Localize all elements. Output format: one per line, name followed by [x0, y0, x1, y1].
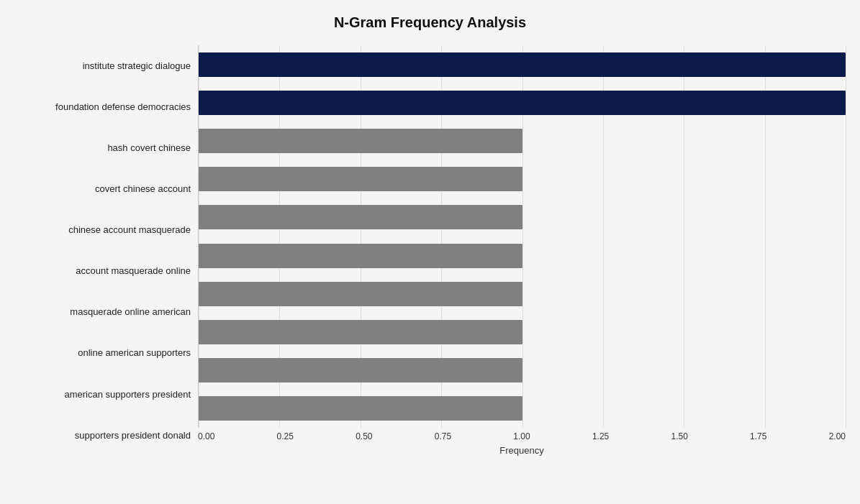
bar — [199, 129, 522, 153]
bar-row — [199, 127, 846, 155]
y-axis-label: supporters president donald — [14, 415, 191, 456]
y-axis-label: masquerade online american — [14, 292, 191, 333]
chart-area: institute strategic dialoguefoundation d… — [14, 45, 846, 456]
bar-row — [199, 394, 846, 423]
bars-list — [199, 45, 846, 428]
x-tick: 1.00 — [513, 431, 530, 441]
x-axis-label: Frequency — [198, 445, 846, 456]
grid-line — [846, 45, 846, 428]
x-tick: 1.50 — [671, 431, 687, 441]
y-axis-label: institute strategic dialogue — [14, 45, 191, 86]
bar — [199, 282, 522, 306]
bar-row — [199, 356, 846, 385]
bars-and-xaxis: 0.000.250.500.751.001.251.501.752.00 Fre… — [198, 45, 846, 456]
bar-row — [199, 165, 846, 193]
chart-container: N-Gram Frequency Analysis institute stra… — [0, 0, 860, 504]
bar — [199, 358, 522, 382]
bar — [199, 320, 522, 344]
bar — [199, 91, 846, 115]
bar — [199, 167, 522, 191]
x-tick: 1.25 — [592, 431, 609, 441]
bar-row — [199, 242, 846, 270]
x-tick: 0.00 — [198, 431, 214, 441]
bar-row — [199, 203, 846, 232]
x-tick: 2.00 — [829, 431, 846, 441]
y-axis-label: online american supporters — [14, 333, 191, 374]
x-tick: 0.50 — [356, 431, 372, 441]
bar — [199, 52, 846, 77]
y-axis-labels: institute strategic dialoguefoundation d… — [14, 45, 198, 456]
y-axis-label: foundation defense democracies — [14, 86, 191, 127]
bar — [199, 396, 522, 421]
bar-row — [199, 88, 846, 117]
x-tick: 0.25 — [277, 431, 294, 441]
bar — [199, 244, 522, 268]
x-axis: 0.000.250.500.751.001.251.501.752.00 Fre… — [198, 428, 846, 456]
y-axis-label: american supporters president — [14, 374, 191, 415]
y-axis-label: chinese account masquerade — [14, 209, 191, 250]
x-tick: 1.75 — [750, 431, 766, 441]
bars-area — [198, 45, 846, 428]
bar — [199, 205, 522, 229]
y-axis-label: hash covert chinese — [14, 127, 191, 168]
bar-row — [199, 50, 846, 79]
chart-title: N-Gram Frequency Analysis — [14, 14, 846, 31]
y-axis-label: covert chinese account — [14, 168, 191, 209]
x-tick: 0.75 — [435, 431, 451, 441]
bar-row — [199, 318, 846, 347]
x-ticks: 0.000.250.500.751.001.251.501.752.00 — [198, 431, 846, 441]
bar-row — [199, 280, 846, 308]
y-axis-label: account masquerade online — [14, 251, 191, 292]
